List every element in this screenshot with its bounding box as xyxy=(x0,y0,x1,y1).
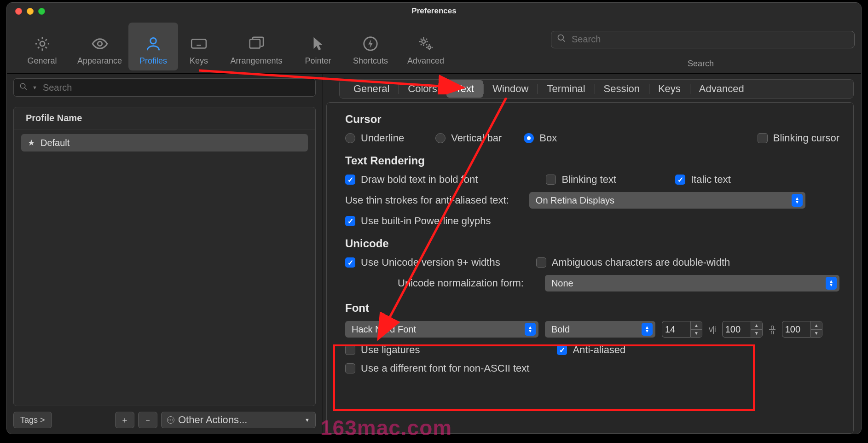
step-down-icon[interactable]: ▼ xyxy=(811,330,822,338)
font-size-input[interactable] xyxy=(662,321,690,338)
profile-settings-main: General Colors Text Window Terminal Sess… xyxy=(323,74,861,434)
menu-icon: ⋯ xyxy=(167,416,174,424)
letter-spacing-icon: v|i xyxy=(709,325,716,334)
profile-icon xyxy=(145,35,162,52)
profile-list-box: Profile Name ★ Default xyxy=(13,107,316,406)
letter-spacing-input[interactable] xyxy=(722,321,751,338)
tab-keys[interactable]: Keys xyxy=(649,80,690,98)
profile-row-label: Default xyxy=(41,138,69,148)
toolbar-item-label: Profiles xyxy=(139,56,167,66)
add-profile-button[interactable]: ＋ xyxy=(115,412,134,428)
tab-colors[interactable]: Colors xyxy=(399,80,446,98)
step-down-icon[interactable]: ▼ xyxy=(751,330,762,338)
font-section-title: Font xyxy=(345,302,839,315)
profile-search-input[interactable] xyxy=(42,82,310,93)
unicode-v9-checkbox[interactable]: ✓ Use Unicode version 9+ widths xyxy=(345,256,500,268)
toolbar-item-label: Keys xyxy=(190,56,208,66)
close-window-button[interactable] xyxy=(15,8,22,15)
preferences-window: Preferences General Appearance Profiles … xyxy=(6,2,862,434)
toolbar-item-shortcuts[interactable]: Shortcuts xyxy=(343,23,398,70)
font-weight-select[interactable]: Bold xyxy=(545,321,655,338)
unicode-norm-select[interactable]: None xyxy=(545,275,839,291)
gears-icon xyxy=(417,35,434,52)
zoom-window-button[interactable] xyxy=(38,8,45,15)
line-height-icon: nn xyxy=(769,325,775,334)
blinking-text-checkbox[interactable]: Blinking text xyxy=(546,174,616,186)
updown-icon xyxy=(826,277,837,290)
toolbar-items: General Appearance Profiles Keys Arrange… xyxy=(13,19,453,70)
svg-point-1 xyxy=(98,41,102,46)
chevron-down-icon: ▼ xyxy=(32,85,37,90)
checkbox-icon: ✓ xyxy=(345,257,355,268)
traffic-lights xyxy=(15,8,45,15)
profile-search[interactable]: ▼ xyxy=(13,78,316,97)
chevron-down-icon: ▼ xyxy=(305,417,310,423)
checkbox-icon xyxy=(546,175,556,185)
font-size-stepper[interactable]: ▲▼ xyxy=(690,321,702,338)
line-height-input[interactable] xyxy=(782,321,810,338)
svg-rect-4 xyxy=(250,40,260,48)
checkbox-icon xyxy=(345,345,355,355)
toolbar-search-input[interactable] xyxy=(571,34,849,45)
tab-advanced[interactable]: Advanced xyxy=(690,80,753,98)
line-height-stepper[interactable]: ▲▼ xyxy=(810,321,822,338)
profile-tabs: General Colors Text Window Terminal Sess… xyxy=(339,79,854,99)
svg-point-7 xyxy=(428,46,431,49)
text-rendering-section-title: Text Rendering xyxy=(345,154,839,167)
ambiguous-double-width-checkbox[interactable]: Ambiguous characters are double-width xyxy=(536,256,730,268)
tab-general[interactable]: General xyxy=(344,80,399,98)
cursor-underline-radio[interactable]: Underline xyxy=(345,132,404,144)
checkbox-icon: ✓ xyxy=(345,175,355,185)
draw-bold-checkbox[interactable]: ✓ Draw bold text in bold font xyxy=(345,174,478,186)
toolbar-item-pointer[interactable]: Pointer xyxy=(293,23,343,70)
different-non-ascii-font-checkbox[interactable]: Use a different font for non-ASCII text xyxy=(345,362,529,374)
italic-text-checkbox[interactable]: ✓ Italic text xyxy=(675,174,731,186)
letter-spacing-field[interactable]: ▲▼ xyxy=(722,321,763,338)
toolbar-item-label: Shortcuts xyxy=(353,56,388,66)
cursor-box-radio[interactable]: Box xyxy=(524,132,557,144)
cursor-section-title: Cursor xyxy=(345,113,839,126)
minus-icon: － xyxy=(144,414,152,426)
cursor-vertical-bar-radio[interactable]: Vertical bar xyxy=(435,132,502,144)
updown-icon xyxy=(792,194,803,207)
line-height-field[interactable]: ▲▼ xyxy=(782,321,822,338)
toolbar-item-advanced[interactable]: Advanced xyxy=(398,23,453,70)
thin-strokes-select[interactable]: On Retina Displays xyxy=(529,192,805,209)
toolbar-item-keys[interactable]: Keys xyxy=(178,23,220,70)
step-down-icon[interactable]: ▼ xyxy=(691,330,702,338)
remove-profile-button[interactable]: － xyxy=(138,412,157,428)
svg-point-6 xyxy=(422,40,425,43)
profile-row-default[interactable]: ★ Default xyxy=(21,134,308,152)
letter-spacing-stepper[interactable]: ▲▼ xyxy=(751,321,763,338)
tab-terminal[interactable]: Terminal xyxy=(538,80,594,98)
font-family-select[interactable]: Hack Nerd Font xyxy=(345,321,538,338)
toolbar-item-general[interactable]: General xyxy=(13,23,71,70)
eye-icon xyxy=(91,35,109,52)
step-up-icon[interactable]: ▲ xyxy=(811,321,822,330)
profile-list-header: Profile Name xyxy=(14,107,315,129)
checkbox-icon xyxy=(536,257,546,268)
tab-session[interactable]: Session xyxy=(595,80,649,98)
minimize-window-button[interactable] xyxy=(27,8,34,15)
font-size-field[interactable]: ▲▼ xyxy=(662,321,702,338)
tab-window[interactable]: Window xyxy=(483,80,538,98)
other-actions-button[interactable]: ⋯ Other Actions... ▼ xyxy=(161,412,316,428)
toolbar-item-profiles[interactable]: Profiles xyxy=(128,23,178,70)
sidebar-footer: Tags > ＋ － ⋯ Other Actions... ▼ xyxy=(13,410,316,430)
step-up-icon[interactable]: ▲ xyxy=(751,321,762,330)
anti-aliased-checkbox[interactable]: ✓ Anti-aliased xyxy=(557,344,625,356)
toolbar-item-arrangements[interactable]: Arrangements xyxy=(220,23,293,70)
radio-icon xyxy=(435,133,446,143)
bolt-icon xyxy=(362,35,379,52)
step-up-icon[interactable]: ▲ xyxy=(691,321,702,330)
use-ligatures-checkbox[interactable]: Use ligatures xyxy=(345,344,420,356)
powerline-glyphs-checkbox[interactable]: ✓ Use built-in Powerline glyphs xyxy=(345,215,491,227)
unicode-section-title: Unicode xyxy=(345,237,839,250)
toolbar-item-appearance[interactable]: Appearance xyxy=(71,23,128,70)
toolbar-search[interactable] xyxy=(551,31,855,48)
toolbar-item-label: Advanced xyxy=(407,56,444,66)
tab-text[interactable]: Text xyxy=(446,80,483,98)
svg-point-8 xyxy=(558,35,564,41)
tags-button[interactable]: Tags > xyxy=(13,412,52,428)
blinking-cursor-checkbox[interactable]: Blinking cursor xyxy=(758,132,839,144)
